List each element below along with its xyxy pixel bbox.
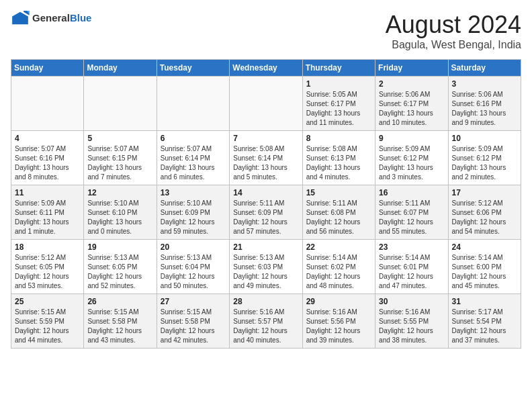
day-number: 17 xyxy=(452,188,517,197)
weekday-header: Wednesday xyxy=(230,60,302,77)
calendar-cell xyxy=(11,77,84,131)
calendar-cell: 19Sunrise: 5:13 AMSunset: 6:05 PMDayligh… xyxy=(84,240,157,294)
day-info: Sunrise: 5:08 AMSunset: 6:13 PMDaylight:… xyxy=(306,144,371,182)
day-info: Sunrise: 5:14 AMSunset: 6:02 PMDaylight:… xyxy=(306,253,371,291)
calendar-cell: 18Sunrise: 5:12 AMSunset: 6:05 PMDayligh… xyxy=(11,240,84,294)
day-number: 31 xyxy=(452,297,517,306)
day-info: Sunrise: 5:16 AMSunset: 5:57 PMDaylight:… xyxy=(233,308,298,345)
day-number: 4 xyxy=(15,134,80,143)
weekday-header: Sunday xyxy=(11,60,84,77)
day-info: Sunrise: 5:14 AMSunset: 6:01 PMDaylight:… xyxy=(379,253,444,291)
page-header: GeneralBlue August 2024 Bagula, West Ben… xyxy=(11,11,521,51)
day-info: Sunrise: 5:11 AMSunset: 6:09 PMDaylight:… xyxy=(233,199,298,236)
day-number: 10 xyxy=(452,134,517,143)
day-info: Sunrise: 5:07 AMSunset: 6:15 PMDaylight:… xyxy=(87,144,152,182)
day-info: Sunrise: 5:07 AMSunset: 6:16 PMDaylight:… xyxy=(15,144,80,182)
day-info: Sunrise: 5:15 AMSunset: 5:59 PMDaylight:… xyxy=(15,308,80,345)
day-info: Sunrise: 5:08 AMSunset: 6:14 PMDaylight:… xyxy=(233,144,298,182)
day-number: 27 xyxy=(161,297,226,306)
day-number: 28 xyxy=(233,297,298,306)
weekday-header: Friday xyxy=(375,60,448,77)
calendar-cell: 21Sunrise: 5:13 AMSunset: 6:03 PMDayligh… xyxy=(230,240,302,294)
calendar-cell: 9Sunrise: 5:09 AMSunset: 6:12 PMDaylight… xyxy=(375,131,448,185)
day-number: 25 xyxy=(15,297,80,306)
day-info: Sunrise: 5:06 AMSunset: 6:17 PMDaylight:… xyxy=(379,90,444,128)
calendar-cell: 20Sunrise: 5:13 AMSunset: 6:04 PMDayligh… xyxy=(157,240,229,294)
day-number: 6 xyxy=(161,134,226,143)
svg-marker-0 xyxy=(12,12,28,25)
logo: GeneralBlue xyxy=(11,11,91,26)
day-number: 3 xyxy=(452,79,517,89)
day-info: Sunrise: 5:13 AMSunset: 6:05 PMDaylight:… xyxy=(87,253,152,291)
calendar-week-row: 11Sunrise: 5:09 AMSunset: 6:11 PMDayligh… xyxy=(11,185,521,240)
day-number: 15 xyxy=(306,188,371,197)
day-number: 19 xyxy=(87,242,152,252)
calendar-week-row: 25Sunrise: 5:15 AMSunset: 5:59 PMDayligh… xyxy=(11,294,521,349)
day-info: Sunrise: 5:16 AMSunset: 5:56 PMDaylight:… xyxy=(306,308,371,345)
day-number: 2 xyxy=(379,79,444,89)
calendar-cell: 31Sunrise: 5:17 AMSunset: 5:54 PMDayligh… xyxy=(448,294,521,349)
day-info: Sunrise: 5:12 AMSunset: 6:06 PMDaylight:… xyxy=(452,199,517,236)
day-number: 22 xyxy=(306,242,371,252)
calendar-cell: 13Sunrise: 5:10 AMSunset: 6:09 PMDayligh… xyxy=(157,185,229,240)
calendar-cell: 1Sunrise: 5:05 AMSunset: 6:17 PMDaylight… xyxy=(302,77,375,131)
calendar-cell: 11Sunrise: 5:09 AMSunset: 6:11 PMDayligh… xyxy=(11,185,84,240)
calendar-cell: 12Sunrise: 5:10 AMSunset: 6:10 PMDayligh… xyxy=(84,185,157,240)
calendar-cell: 17Sunrise: 5:12 AMSunset: 6:06 PMDayligh… xyxy=(448,185,521,240)
calendar-week-row: 1Sunrise: 5:05 AMSunset: 6:17 PMDaylight… xyxy=(11,77,521,131)
calendar-cell: 16Sunrise: 5:11 AMSunset: 6:07 PMDayligh… xyxy=(375,185,448,240)
day-info: Sunrise: 5:14 AMSunset: 6:00 PMDaylight:… xyxy=(452,253,517,291)
day-number: 14 xyxy=(233,188,298,197)
title-block: August 2024 Bagula, West Bengal, India xyxy=(386,11,521,51)
calendar-cell: 10Sunrise: 5:09 AMSunset: 6:12 PMDayligh… xyxy=(448,131,521,185)
day-number: 5 xyxy=(87,134,152,143)
logo-icon xyxy=(11,11,30,26)
day-number: 11 xyxy=(15,188,80,197)
day-info: Sunrise: 5:12 AMSunset: 6:05 PMDaylight:… xyxy=(15,253,80,291)
calendar-cell: 27Sunrise: 5:15 AMSunset: 5:58 PMDayligh… xyxy=(157,294,229,349)
day-number: 16 xyxy=(379,188,444,197)
day-number: 26 xyxy=(87,297,152,306)
calendar-cell: 26Sunrise: 5:15 AMSunset: 5:58 PMDayligh… xyxy=(84,294,157,349)
day-number: 29 xyxy=(306,297,371,306)
calendar-week-row: 18Sunrise: 5:12 AMSunset: 6:05 PMDayligh… xyxy=(11,240,521,294)
day-number: 23 xyxy=(379,242,444,252)
calendar-cell: 25Sunrise: 5:15 AMSunset: 5:59 PMDayligh… xyxy=(11,294,84,349)
calendar-cell: 7Sunrise: 5:08 AMSunset: 6:14 PMDaylight… xyxy=(230,131,302,185)
day-info: Sunrise: 5:15 AMSunset: 5:58 PMDaylight:… xyxy=(87,308,152,345)
calendar-header-row: SundayMondayTuesdayWednesdayThursdayFrid… xyxy=(11,60,521,77)
day-info: Sunrise: 5:13 AMSunset: 6:03 PMDaylight:… xyxy=(233,253,298,291)
day-info: Sunrise: 5:15 AMSunset: 5:58 PMDaylight:… xyxy=(161,308,226,345)
day-number: 30 xyxy=(379,297,444,306)
day-info: Sunrise: 5:07 AMSunset: 6:14 PMDaylight:… xyxy=(161,144,226,182)
calendar-week-row: 4Sunrise: 5:07 AMSunset: 6:16 PMDaylight… xyxy=(11,131,521,185)
page-title: August 2024 xyxy=(386,11,521,39)
calendar-cell: 4Sunrise: 5:07 AMSunset: 6:16 PMDaylight… xyxy=(11,131,84,185)
calendar-cell: 30Sunrise: 5:16 AMSunset: 5:55 PMDayligh… xyxy=(375,294,448,349)
day-number: 1 xyxy=(306,79,371,89)
day-number: 20 xyxy=(161,242,226,252)
calendar-cell xyxy=(230,77,302,131)
day-info: Sunrise: 5:17 AMSunset: 5:54 PMDaylight:… xyxy=(452,308,517,345)
calendar-cell: 5Sunrise: 5:07 AMSunset: 6:15 PMDaylight… xyxy=(84,131,157,185)
day-info: Sunrise: 5:13 AMSunset: 6:04 PMDaylight:… xyxy=(161,253,226,291)
weekday-header: Thursday xyxy=(302,60,375,77)
day-info: Sunrise: 5:16 AMSunset: 5:55 PMDaylight:… xyxy=(379,308,444,345)
calendar-cell xyxy=(157,77,229,131)
day-number: 13 xyxy=(161,188,226,197)
day-info: Sunrise: 5:11 AMSunset: 6:07 PMDaylight:… xyxy=(379,199,444,236)
calendar-cell: 28Sunrise: 5:16 AMSunset: 5:57 PMDayligh… xyxy=(230,294,302,349)
day-number: 24 xyxy=(452,242,517,252)
calendar-cell: 8Sunrise: 5:08 AMSunset: 6:13 PMDaylight… xyxy=(302,131,375,185)
day-number: 8 xyxy=(306,134,371,143)
day-info: Sunrise: 5:11 AMSunset: 6:08 PMDaylight:… xyxy=(306,199,371,236)
day-info: Sunrise: 5:09 AMSunset: 6:12 PMDaylight:… xyxy=(452,144,517,182)
calendar-cell: 6Sunrise: 5:07 AMSunset: 6:14 PMDaylight… xyxy=(157,131,229,185)
calendar-cell: 15Sunrise: 5:11 AMSunset: 6:08 PMDayligh… xyxy=(302,185,375,240)
calendar-cell: 3Sunrise: 5:06 AMSunset: 6:16 PMDaylight… xyxy=(448,77,521,131)
day-info: Sunrise: 5:10 AMSunset: 6:10 PMDaylight:… xyxy=(87,199,152,236)
calendar-cell xyxy=(84,77,157,131)
calendar-cell: 24Sunrise: 5:14 AMSunset: 6:00 PMDayligh… xyxy=(448,240,521,294)
day-number: 9 xyxy=(379,134,444,143)
page-subtitle: Bagula, West Bengal, India xyxy=(386,39,521,51)
